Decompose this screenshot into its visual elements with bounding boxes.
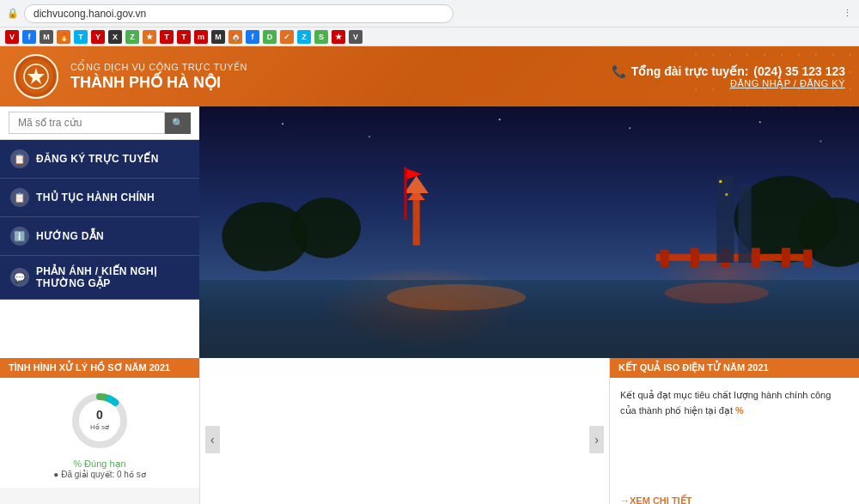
svg-point-8 xyxy=(819,140,821,142)
nav-icon-0: 📋 xyxy=(10,149,29,168)
svg-rect-31 xyxy=(716,176,734,263)
svg-point-27 xyxy=(665,282,769,303)
stats-resolved: ● Đã giải quyết: 0 hồ sơ xyxy=(53,470,145,479)
right-percent: % xyxy=(735,405,744,416)
bottom-sections: TÌNH HÌNH XỬ LÝ HỒ SƠ NĂM 2021 0 Hồ sơ %… xyxy=(0,358,859,504)
toolbar-icon-16[interactable]: ✓ xyxy=(280,30,294,44)
header-subtitle: Cổng Dịch Vụ Công Trực Tuyến xyxy=(70,62,247,73)
browser-chrome: 🔒 dichvucong.hanoi.gov.vn ⋮ xyxy=(0,0,859,27)
nav-label-3: PHẢN ÁNH / KIẾN NGHỊ THƯỜNG GẶP xyxy=(36,265,189,289)
site-header: Cổng Dịch Vụ Công Trực Tuyến Thành Phố H… xyxy=(0,46,859,106)
svg-rect-22 xyxy=(752,248,760,267)
toolbar-icon-2[interactable]: M xyxy=(40,30,53,44)
toolbar-icon-7[interactable]: Z xyxy=(125,30,139,44)
carousel-next-btn[interactable]: › xyxy=(589,426,604,453)
hero-image xyxy=(199,106,859,358)
svg-rect-20 xyxy=(691,248,699,267)
svg-point-4 xyxy=(369,136,370,137)
svg-rect-23 xyxy=(782,248,790,267)
browser-toolbar: VfM🔥TYXZ★TTmM🏠fD✓ZS★V xyxy=(0,27,859,46)
nav-label-2: HƯỚNG DẪN xyxy=(36,230,104,242)
toolbar-icon-1[interactable]: f xyxy=(22,30,36,44)
svg-rect-19 xyxy=(661,250,669,267)
svg-rect-34 xyxy=(725,193,728,196)
nav-label-1: THỦ TỤC HÀNH CHÍNH xyxy=(36,191,155,203)
toolbar-icon-3[interactable]: 🔥 xyxy=(57,30,70,44)
svg-point-26 xyxy=(387,284,526,310)
donut-center-number: 0 xyxy=(96,408,103,422)
toolbar-icon-12[interactable]: M xyxy=(211,30,225,44)
svg-point-3 xyxy=(282,123,283,124)
toolbar-icon-13[interactable]: 🏠 xyxy=(228,30,242,44)
svg-rect-32 xyxy=(738,185,751,263)
toolbar-icon-10[interactable]: T xyxy=(177,30,191,44)
nav-item-1[interactable]: 📋THỦ TỤC HÀNH CHÍNH xyxy=(0,179,199,217)
svg-point-12 xyxy=(291,197,361,258)
left-section-header: TÌNH HÌNH XỬ LÝ HỒ SƠ NĂM 2021 xyxy=(0,358,199,378)
phone-icon: 📞 xyxy=(612,64,626,78)
nav-item-3[interactable]: 💬PHẢN ÁNH / KIẾN NGHỊ THƯỜNG GẶP xyxy=(0,256,199,300)
nav-item-0[interactable]: 📋ĐĂNG KÝ TRỰC TUYẾN xyxy=(0,140,199,179)
toolbar-icon-14[interactable]: f xyxy=(246,30,259,44)
site-wrapper: Cổng Dịch Vụ Công Trực Tuyến Thành Phố H… xyxy=(0,46,859,504)
toolbar-icon-8[interactable]: ★ xyxy=(143,30,156,44)
lock-icon: 🔒 xyxy=(7,8,19,19)
nav-item-2[interactable]: ℹ️HƯỚNG DẪN xyxy=(0,217,199,256)
svg-rect-33 xyxy=(719,180,722,183)
right-stats-section: KẾT QUẢ ISO ĐIỆN TỬ NĂM 2021 Kết quả đạt… xyxy=(610,358,859,504)
toolbar-icon-18[interactable]: S xyxy=(314,30,328,44)
right-section-header: KẾT QUẢ ISO ĐIỆN TỬ NĂM 2021 xyxy=(610,358,859,378)
right-desc-1: Kết quả đạt mục tiêu chất lượng hành chí… xyxy=(620,390,831,400)
toolbar-icon-9[interactable]: T xyxy=(160,30,174,44)
left-stats-section: TÌNH HÌNH XỬ LÝ HỒ SƠ NĂM 2021 0 Hồ sơ %… xyxy=(0,358,199,504)
svg-rect-28 xyxy=(405,167,407,220)
search-nav-area: 🔍 📋ĐĂNG KÝ TRỰC TUYẾN📋THỦ TỤC HÀNH CHÍNH… xyxy=(0,106,859,358)
header-logo xyxy=(14,54,58,99)
toolbar-icon-17[interactable]: Z xyxy=(297,30,311,44)
nav-icon-3: 💬 xyxy=(10,268,29,287)
header-title: Cổng Dịch Vụ Công Trực Tuyến Thành Phố H… xyxy=(70,62,247,92)
toolbar-icon-6[interactable]: X xyxy=(108,30,122,44)
browser-actions: ⋮ xyxy=(843,8,852,19)
nav-label-0: ĐĂNG KÝ TRỰC TUYẾN xyxy=(36,153,159,165)
toolbar-icon-0[interactable]: V xyxy=(5,30,19,44)
right-desc-2: của thành phố hiện tại đạt xyxy=(620,405,733,416)
right-description: Kết quả đạt mục tiêu chất lượng hành chí… xyxy=(620,388,849,418)
nav-icon-2: ℹ️ xyxy=(10,227,29,246)
carousel-section: ‹ › xyxy=(199,358,610,504)
toolbar-icon-15[interactable]: D xyxy=(263,30,277,44)
bg-pattern xyxy=(687,46,859,106)
browser-menu-btn[interactable]: ⋮ xyxy=(843,8,852,19)
search-button[interactable]: 🔍 xyxy=(165,112,191,134)
toolbar-icon-4[interactable]: T xyxy=(74,30,88,44)
search-bar: 🔍 xyxy=(0,106,199,140)
toolbar-icon-20[interactable]: V xyxy=(349,30,362,44)
right-content: Kết quả đạt mục tiêu chất lượng hành chí… xyxy=(610,378,859,504)
carousel-prev-btn[interactable]: ‹ xyxy=(205,426,220,453)
donut-chart-container: 0 Hồ sơ % Đúng hạn ● Đã giải quyết: 0 hồ… xyxy=(0,378,199,488)
stats-percent: % Đúng hạn xyxy=(73,458,125,470)
hero-section xyxy=(199,106,859,358)
view-more-link[interactable]: →XEM CHI TIẾT xyxy=(620,495,849,504)
url-bar[interactable]: dichvucong.hanoi.gov.vn xyxy=(24,4,454,23)
svg-point-6 xyxy=(629,127,631,129)
svg-rect-24 xyxy=(803,250,812,267)
search-nav-column: 🔍 📋ĐĂNG KÝ TRỰC TUYẾN📋THỦ TỤC HÀNH CHÍNH… xyxy=(0,106,199,358)
svg-point-5 xyxy=(499,118,501,120)
toolbar-icon-19[interactable]: ★ xyxy=(332,30,345,44)
donut-chart: 0 Hồ sơ xyxy=(65,386,134,455)
svg-point-7 xyxy=(759,121,761,123)
search-input[interactable] xyxy=(9,112,165,134)
main-nav: 📋ĐĂNG KÝ TRỰC TUYẾN📋THỦ TỤC HÀNH CHÍNHℹ️… xyxy=(0,140,199,300)
header-main-title: Thành Phố Hà Nội xyxy=(70,73,247,92)
svg-marker-1 xyxy=(27,68,45,84)
nav-icon-1: 📋 xyxy=(10,188,29,207)
svg-rect-15 xyxy=(413,193,420,246)
toolbar-icon-5[interactable]: Y xyxy=(91,30,105,44)
toolbar-icon-11[interactable]: m xyxy=(194,30,208,44)
svg-text:Hồ sơ: Hồ sơ xyxy=(90,423,109,431)
logo-image xyxy=(19,59,53,94)
